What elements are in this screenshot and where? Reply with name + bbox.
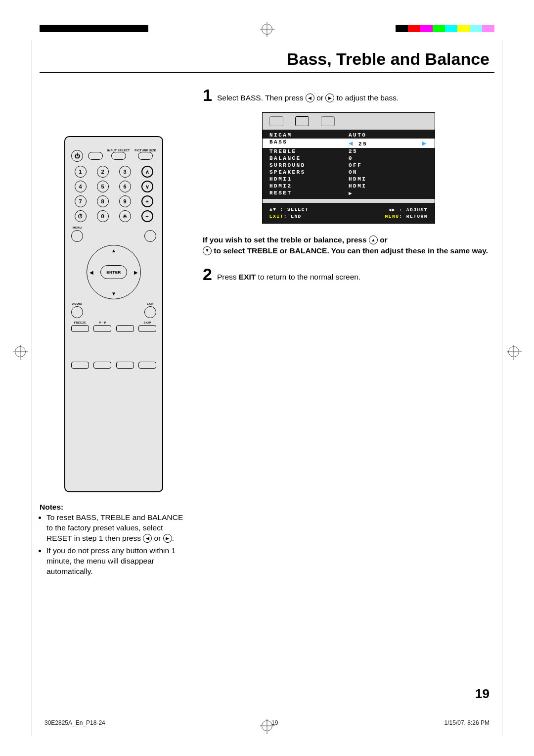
color-swatch xyxy=(433,25,445,32)
osd-row: NICAMAUTO xyxy=(263,132,435,139)
osd-tab-audio-icon xyxy=(295,116,309,126)
color-swatch xyxy=(445,25,457,32)
right-nav-icon: ▶ xyxy=(325,94,334,102)
remote-illustration: ⏻ INPUT SELECT PICTURE SIZE 1 2 3 ∧ 4 5 … xyxy=(64,136,163,492)
osd-tab-picture-icon xyxy=(269,116,283,126)
freeze-button xyxy=(71,325,89,332)
note-item: If you do not press any button within 1 … xyxy=(46,546,188,577)
step-1-or: or xyxy=(314,94,325,102)
picture-size-button xyxy=(138,152,153,160)
page-content: Bass, Treble and Balance ⏻ INPUT SELECT … xyxy=(40,49,494,707)
num-5: 5 xyxy=(97,181,109,192)
input-select-button xyxy=(111,152,126,160)
osd-footer-adjust: : ADJUST xyxy=(399,207,428,213)
osd-screenshot: NICAMAUTOBASS◀ 25 ▶TREBLE25BALANCE0SURRO… xyxy=(262,112,435,224)
doc-date: 1/15/07, 8:26 PM xyxy=(445,719,490,726)
prog-up: ∧ xyxy=(141,166,153,178)
osd-row: HDMI2HDMI xyxy=(263,183,435,189)
num-6: 6 xyxy=(119,181,131,192)
osd-footer-menu-key: MENU xyxy=(385,214,400,219)
up-nav-icon: ▲ xyxy=(369,236,378,244)
left-nav-icon: ◀ xyxy=(306,94,314,102)
page-title: Bass, Treble and Balance xyxy=(40,49,494,73)
right-nav-icon: ▶ xyxy=(163,534,172,543)
color-btn-1 xyxy=(71,362,89,369)
osd-footer-menu-val: : RETURN xyxy=(399,214,428,219)
osd-row: RESET▶ xyxy=(263,189,435,197)
osd-row: SURROUNDOFF xyxy=(263,162,435,169)
osd-row: BALANCE0 xyxy=(263,155,435,162)
crosshair-top xyxy=(262,24,272,35)
color-swatch xyxy=(420,25,433,32)
doc-file: 30E2825A_En_P18-24 xyxy=(44,719,105,726)
reg-mark-left xyxy=(40,25,148,32)
mute-button: ✳ xyxy=(119,210,131,222)
num-2: 2 xyxy=(97,166,109,178)
num-9: 9 xyxy=(119,195,131,207)
crosshair-right xyxy=(508,346,519,357)
step-2-bold: EXIT xyxy=(239,273,256,281)
timer-button: ⏱ xyxy=(75,210,87,222)
aux-button xyxy=(144,230,156,242)
num-4: 4 xyxy=(75,181,87,192)
num-0: 0 xyxy=(97,210,109,222)
color-btn-2 xyxy=(93,362,111,369)
note-item: To reset BASS, TREBLE and BALANCE to the… xyxy=(46,513,188,544)
enter-button: ENTER xyxy=(100,265,127,279)
dpad-left-icon: ◀ xyxy=(89,270,93,275)
freeze-label: FREEZE xyxy=(74,321,87,324)
down-nav-icon: ▼ xyxy=(203,246,212,255)
step-1-text-a: Select BASS. Then press xyxy=(217,94,306,102)
num-3: 3 xyxy=(119,166,131,178)
osd-footer-exit-key: EXIT xyxy=(269,214,284,219)
vol-down: − xyxy=(141,210,153,222)
notes-heading: Notes: xyxy=(40,503,63,511)
menu-button xyxy=(71,230,83,242)
osd-row: TREBLE25 xyxy=(263,148,435,155)
guide-right xyxy=(502,40,502,736)
hint-text: If you wish to set the treble or balance… xyxy=(203,235,494,256)
exit-button xyxy=(144,306,156,318)
color-swatch xyxy=(470,25,482,32)
color-swatch xyxy=(408,25,420,32)
vol-up: + xyxy=(141,195,153,207)
reg-mark-right xyxy=(396,25,494,32)
num-7: 7 xyxy=(75,195,87,207)
audio-button xyxy=(71,306,83,318)
osd-row: BASS◀ 25 ▶ xyxy=(263,139,435,148)
color-btn-3 xyxy=(116,362,134,369)
osd-row: HDMI1HDMI xyxy=(263,176,435,183)
step-number: 1 xyxy=(203,87,212,103)
doc-page: 19 xyxy=(271,719,278,726)
step-2: 2 Press EXIT to return to the normal scr… xyxy=(203,266,494,283)
osd-row: SPEAKERSON xyxy=(263,169,435,176)
dpad: ▲ ▼ ◀ ▶ ENTER xyxy=(87,245,141,299)
skip-button xyxy=(138,325,156,332)
info-button xyxy=(88,152,103,160)
num-8: 8 xyxy=(97,195,109,207)
power-icon: ⏻ xyxy=(71,150,83,162)
osd-footer-exit-val: : END xyxy=(284,214,302,219)
num-1: 1 xyxy=(75,166,87,178)
osd-footer-select: : SELECT xyxy=(280,207,309,212)
page-number: 19 xyxy=(475,686,490,702)
dpad-up-icon: ▲ xyxy=(111,248,116,253)
skip-label: SKIP xyxy=(144,321,151,324)
osd-footer: ▲▼ : SELECT ◀▶ : ADJUST EXIT: END MENU: … xyxy=(263,199,435,223)
step-2-text-a: Press xyxy=(217,273,239,281)
audio-label: AUDIO xyxy=(72,302,82,305)
dpad-down-icon: ▼ xyxy=(111,291,116,296)
notes-section: Notes: To reset BASS, TREBLE and BALANCE… xyxy=(40,502,188,576)
step-1: 1 Select BASS. Then press ◀ or ▶ to adju… xyxy=(203,87,494,103)
aux2-button xyxy=(116,325,134,332)
color-btn-4 xyxy=(138,362,156,369)
guide-left xyxy=(32,40,32,736)
color-swatch xyxy=(482,25,494,32)
ptp-button xyxy=(93,325,111,332)
step-1-text-b: to adjust the bass. xyxy=(334,94,399,102)
menu-label: MENU xyxy=(73,226,82,229)
color-swatch xyxy=(457,25,470,32)
dpad-right-icon: ▶ xyxy=(134,270,138,275)
prog-down: ∨ xyxy=(141,181,153,192)
exit-label: EXIT xyxy=(147,302,154,305)
